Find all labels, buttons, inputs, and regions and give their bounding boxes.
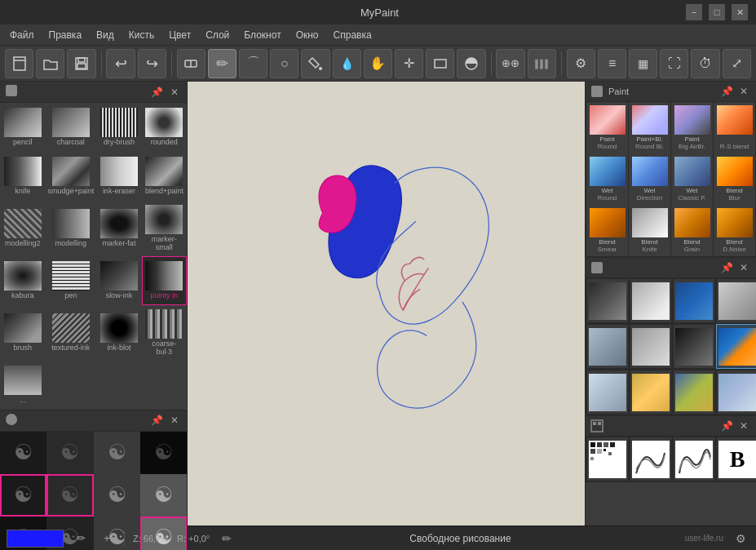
color-adj-button[interactable] <box>457 49 485 78</box>
menu-help[interactable]: Справка <box>327 28 378 42</box>
pencil-tool-button[interactable]: ✏ <box>208 49 237 78</box>
brush-group-button[interactable]: ⊕⊕ <box>496 49 524 78</box>
save-button[interactable] <box>67 49 95 78</box>
color-swatch-3[interactable]: ☯ <box>94 432 140 474</box>
more-button[interactable]: ⚙ <box>732 530 749 548</box>
settings-button[interactable]: ⚙ <box>567 49 595 78</box>
brush-list-item-11[interactable] <box>673 370 715 415</box>
brush-group-dnoise[interactable]: Blend D.Noise <box>714 205 755 256</box>
brush-list-item-12[interactable] <box>716 370 756 415</box>
brush-group-rs-blend[interactable]: R-S blend <box>714 102 755 153</box>
undo-button[interactable]: ↩ <box>106 49 135 78</box>
fill-tool-button[interactable] <box>301 49 329 78</box>
brush-group-big-airbr[interactable]: Paint Big AirBr. <box>671 102 713 153</box>
brush-set-button[interactable]: ∥∥∥ <box>528 49 556 78</box>
brush-modelling2[interactable]: modelling2 <box>0 201 45 256</box>
minimize-button[interactable]: − <box>686 4 702 20</box>
canvas-area[interactable] <box>188 82 585 526</box>
brush-group-paint-round-bl[interactable]: Paint+Bl. Round Bl. <box>629 102 670 153</box>
brush-list-item-5[interactable] <box>586 324 629 369</box>
move-button[interactable]: ✛ <box>395 49 423 78</box>
brush-list-item-4[interactable] <box>716 278 756 323</box>
brush-marker-small[interactable]: marker-small <box>142 201 187 256</box>
brush-blend-paint[interactable]: blend+paint <box>142 152 187 201</box>
pixel-brush-hardv[interactable] <box>630 437 672 481</box>
brush-group-classic[interactable]: Wet Classic P. <box>671 153 713 205</box>
brush-extra[interactable]: ... <box>0 361 45 410</box>
brush-group-wet-dir[interactable]: Wet Direction <box>629 153 670 205</box>
pixel-brush-1pixel[interactable] <box>586 437 629 481</box>
close-button[interactable]: ✕ <box>732 4 748 20</box>
menu-view[interactable]: Вид <box>90 28 121 42</box>
menu-layer[interactable]: Слой <box>199 28 236 42</box>
brush-group-paint-round[interactable]: Paint Round <box>586 102 628 153</box>
open-button[interactable] <box>36 49 64 78</box>
pixel-brush-basic[interactable]: B <box>716 437 756 481</box>
brush-list-item-6[interactable] <box>630 324 672 369</box>
brush-panel-pin[interactable]: 📌 <box>149 85 164 100</box>
brush-rounded[interactable]: rounded <box>142 103 187 152</box>
brush-pen[interactable]: pen <box>45 256 96 305</box>
fullscreen-button[interactable]: ⛶ <box>660 49 688 78</box>
menu-file[interactable]: Файл <box>3 28 41 42</box>
curve-tool-button[interactable]: ⌒ <box>239 49 267 78</box>
brush-list-item-2[interactable] <box>630 278 672 323</box>
maximize-button[interactable]: □ <box>709 4 725 20</box>
brush-brush[interactable]: brush <box>0 305 45 361</box>
color-swatch-4[interactable]: ☯ <box>140 432 187 474</box>
brush-list-item-3[interactable] <box>673 278 715 323</box>
frames-button[interactable]: ▦ <box>629 49 657 78</box>
brush-list-item-10[interactable] <box>630 370 672 415</box>
edit-color-button[interactable]: ✏ <box>72 530 90 548</box>
brush-group-wet-round[interactable]: Wet Round <box>586 153 628 205</box>
brush-dry-brush[interactable]: dry-brush <box>96 103 141 152</box>
pixel-brush-hardw[interactable] <box>673 437 715 481</box>
add-color-button[interactable]: + <box>98 530 116 548</box>
new-button[interactable] <box>5 49 33 78</box>
menu-window[interactable]: Окно <box>290 28 325 42</box>
main-color-swatch[interactable] <box>7 530 64 548</box>
eraser-button[interactable] <box>177 49 206 78</box>
brush-panel-close[interactable]: ✕ <box>167 85 182 100</box>
brush-list-item-9[interactable] <box>586 370 629 415</box>
brush-textured[interactable]: textured-ink <box>45 305 96 361</box>
brush-pointy-ink[interactable]: pointy in <box>142 256 187 305</box>
brush-kabura[interactable]: kabura <box>0 256 45 305</box>
color-swatch-5[interactable]: ☯ <box>0 474 46 517</box>
brush-list-item-1[interactable] <box>586 278 629 323</box>
brush-groups-close[interactable]: ✕ <box>736 84 751 99</box>
brush-ink-eraser[interactable]: ink-eraser <box>96 152 141 201</box>
brush-knife[interactable]: knife <box>0 152 45 201</box>
brush-slow-ink[interactable]: slow-ink <box>96 256 141 305</box>
brush-smudge[interactable]: smudge+paint <box>45 152 96 201</box>
colors-panel-pin[interactable]: 📌 <box>149 413 164 428</box>
color-swatch-1[interactable]: ☯ <box>0 432 46 474</box>
brush-marker-fat[interactable]: marker-fat <box>96 201 141 256</box>
color-swatch-2[interactable]: ☯ <box>46 432 93 474</box>
brush-groups-pin[interactable]: 📌 <box>719 84 734 99</box>
layers-button[interactable]: ≡ <box>598 49 626 78</box>
circle-tool-button[interactable]: ○ <box>270 49 298 78</box>
brush-modelling[interactable]: modelling <box>45 201 96 256</box>
pixel-brushes-close[interactable]: ✕ <box>736 419 751 433</box>
timer-button[interactable]: ⏱ <box>691 49 719 78</box>
color-swatch-7[interactable]: ☯ <box>94 474 140 517</box>
brush-group-smear[interactable]: Blend Smear <box>586 205 628 256</box>
brush-group-blur[interactable]: Blend Blur <box>714 153 755 205</box>
brush-list-item-8[interactable] <box>716 324 756 369</box>
brush-ink-blot[interactable]: ink-blot <box>96 305 141 361</box>
brush-pencil[interactable]: pencil <box>0 103 45 152</box>
menu-notepad[interactable]: Блокнот <box>237 28 287 42</box>
pan-button[interactable]: ✋ <box>364 49 392 78</box>
brush-list-pin[interactable]: 📌 <box>719 260 734 275</box>
frame-button[interactable] <box>426 49 454 78</box>
brush-coarse[interactable]: coarse-bul·3 <box>142 305 187 361</box>
menu-color[interactable]: Цвет <box>162 28 197 42</box>
brush-charcoal[interactable]: charcoal <box>45 103 96 152</box>
drawing-canvas[interactable] <box>188 82 585 526</box>
expand-button[interactable]: ⤢ <box>723 49 751 78</box>
brush-settings-button[interactable]: ✏ <box>218 530 236 548</box>
menu-brush[interactable]: Кисть <box>122 28 161 42</box>
menu-edit[interactable]: Правка <box>42 28 89 42</box>
brush-list-close[interactable]: ✕ <box>736 260 751 275</box>
